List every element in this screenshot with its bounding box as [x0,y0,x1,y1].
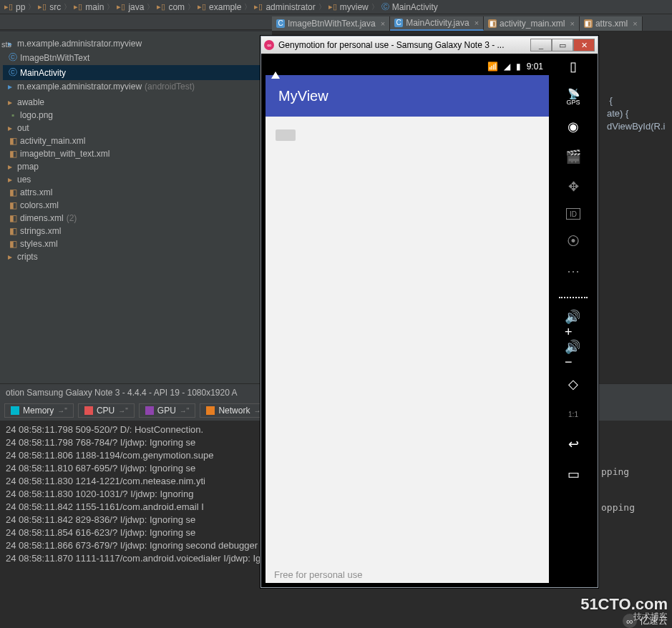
monitor-tab[interactable]: Memory→" [4,403,74,418]
folder-icon: ▸▯ [254,2,263,11]
folder-icon: ▸ [6,97,14,107]
tree-row[interactable]: ◧colors.xml [3,199,269,212]
tree-row[interactable]: ▸cripts [3,250,269,263]
genymotion-emulator-window: ∞ Genymotion for personal use - Samsung … [260,36,598,588]
close-tab-icon[interactable]: × [568,19,574,28]
folder-icon: ▸▯ [157,2,165,11]
folder-icon: ▸▯ [74,2,82,11]
recent-icon[interactable]: ▭ [565,466,582,483]
breadcrumb-item[interactable]: ▸▯pp [4,2,25,12]
folder-icon: ▸ [6,252,14,262]
folder-icon: ▸▯ [328,2,337,11]
phone-screen[interactable]: 📶 ◢ ▮ 9:01 MyView Free for personal use [266,58,549,583]
folder-icon: ▸ [6,123,14,133]
separator [559,297,588,298]
app-content[interactable]: Free for personal use [266,117,549,583]
chevron-right-icon: 〉 [147,2,154,12]
file-type-icon: ◧ [488,19,497,28]
breadcrumb-item[interactable]: ▸▯main [74,2,104,12]
close-tab-icon[interactable]: × [630,19,637,28]
signal-icon: ◢ [504,62,510,72]
chevron-right-icon: 〉 [28,2,35,12]
tree-row[interactable]: ◧attrs.xml [3,186,269,199]
rss-icon[interactable]: ⦿ [565,232,582,250]
tree-row[interactable]: ▸ues [3,173,269,186]
monitor-tab[interactable]: CPU→" [78,403,135,418]
clock: 9:01 [527,62,543,72]
clapper-icon[interactable]: 🎬 [565,148,582,165]
gps-icon[interactable]: 📡 GPS [565,88,582,105]
tree-row[interactable]: ◧dimens.xml (2) [3,212,269,225]
id-icon[interactable]: ID [566,208,580,220]
breadcrumb-item[interactable]: ▸▯com [157,2,185,12]
arrow-icon: →" [57,407,67,415]
maximize-button[interactable]: ▭ [552,39,573,51]
fit-icon[interactable]: 1:1 [565,406,582,423]
tree-row[interactable]: ◧activity_main.xml [3,134,269,147]
close-tab-icon[interactable]: × [472,19,479,27]
folder-icon: ▸▯ [38,2,47,11]
chevron-right-icon: 〉 [318,2,326,12]
move-icon[interactable]: ✥ [565,178,582,195]
breadcrumb-item[interactable]: ▸▯example [198,2,241,12]
tree-row[interactable]: ▸m.example.administrator.myview (android… [3,80,269,93]
camera-icon[interactable]: ◉ [565,118,582,135]
tree-row[interactable]: ⓒImageBtnWithText [3,50,269,65]
tree-row[interactable]: ◧strings.xml [3,225,269,237]
app-toolbar: MyView [266,75,549,117]
emulator-titlebar[interactable]: ∞ Genymotion for personal use - Samsung … [261,36,598,54]
folder-icon: ▸▯ [198,2,206,11]
file-tab[interactable]: CMainActivity.java× [390,16,484,31]
sms-icon[interactable]: ⋯ [565,263,582,280]
file-tab[interactable]: CImageBtnWithText.java× [272,16,390,31]
file-type-icon: C [276,19,285,28]
xml-file-icon: ◧ [9,136,17,146]
tree-row[interactable]: ◧styles.xml [3,237,269,250]
wifi-icon: 📶 [487,62,498,72]
app-title: MyView [278,88,328,104]
tree-row[interactable]: ⓒMainActivity [3,65,269,80]
breadcrumb-item[interactable]: ▸▯administrator [254,2,315,12]
tree-row[interactable]: ▸m.example.administrator.myview [3,37,269,50]
close-button[interactable]: ✕ [573,39,595,51]
folder-icon: ▸ [6,162,14,172]
breadcrumb-item[interactable]: ⒸMainActivity [381,1,438,12]
breadcrumb-item[interactable]: ▸▯myview [328,2,369,12]
chevron-right-icon: 〉 [188,2,195,12]
volume-up-icon[interactable]: 🔊+ [565,315,582,333]
project-tree[interactable]: ▸m.example.administrator.myviewⓒImageBtn… [0,31,272,269]
breadcrumb-item[interactable]: ▸▯src [38,2,61,12]
monitor-tab[interactable]: Network→" [200,403,270,418]
battery-icon[interactable]: ▯ [565,58,582,75]
file-tab[interactable]: ◧activity_main.xml× [484,16,580,31]
breadcrumb: ▸▯pp〉▸▯src〉▸▯main〉▸▯java〉▸▯com〉▸▯example… [0,0,672,14]
back-icon[interactable]: ↩ [565,436,582,453]
tree-row[interactable]: ◧imagebtn_with_text.xml [3,147,269,160]
custom-image-button[interactable] [276,129,296,141]
close-tab-icon[interactable]: × [379,19,385,28]
chevron-right-icon: 〉 [107,2,114,12]
file-tab[interactable]: ◧attrs.xml× [580,16,643,31]
chevron-right-icon: 〉 [244,2,251,12]
minimize-button[interactable]: _ [530,39,552,51]
tree-row[interactable]: ▸awable [3,96,269,109]
tree-row[interactable]: ▸out [3,122,269,134]
xml-file-icon: ◧ [9,149,17,159]
image-file-icon: ▪ [9,110,17,120]
folder-icon: ▸ [6,175,14,185]
file-type-icon: C [394,19,403,27]
tree-row[interactable]: ▪logo.png [3,109,269,122]
monitor-tab[interactable]: GPU→" [139,403,196,418]
tree-row[interactable]: ▸pmap [3,160,269,173]
warning-icon [271,62,280,79]
rotate-icon[interactable]: ◇ [565,376,582,393]
color-swatch-icon [11,406,19,415]
breadcrumb-item[interactable]: ▸▯java [117,2,144,12]
xml-file-icon: ◧ [9,200,17,210]
xml-file-icon: ◧ [9,187,17,197]
package-icon: ▸ [6,82,14,92]
volume-down-icon[interactable]: 🔊− [565,345,582,363]
log-fragment: opping [601,502,635,513]
chevron-right-icon: 〉 [64,2,71,12]
class-icon: ⓒ [9,67,17,79]
